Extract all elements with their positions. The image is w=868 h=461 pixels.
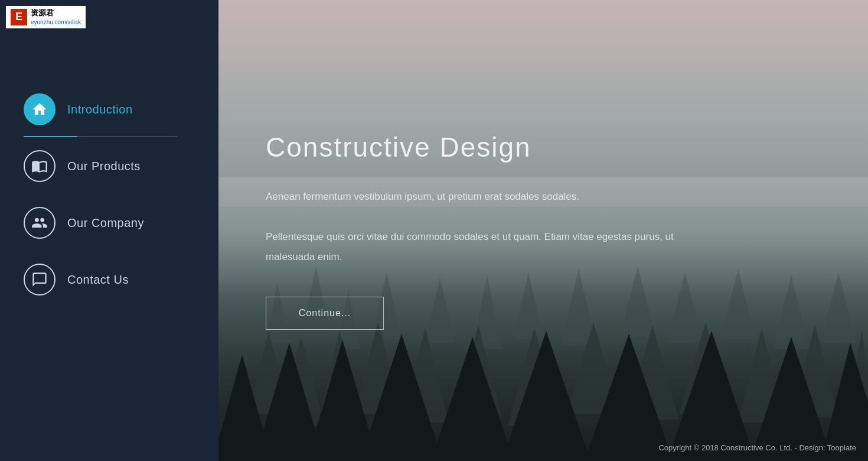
sidebar-nav: Introduction Our Products Our Comp (0, 83, 218, 310)
sidebar-item-our-company[interactable]: Our Company (0, 196, 218, 245)
divider-line-inactive-1 (24, 193, 177, 194)
divider-contact-us (0, 301, 218, 310)
footer-copyright: Copyright © 2018 Constructive Co. Ltd. -… (658, 443, 856, 452)
divider-our-products (0, 188, 218, 196)
people-icon (24, 207, 56, 239)
main-title: Constructive Design (266, 131, 821, 163)
main-content: Constructive Design Aenean fermentum ves… (218, 0, 868, 461)
main-description: Aenean fermentum vestibulum ipsum, ut pr… (266, 187, 679, 267)
watermark-letter: E (11, 9, 27, 25)
sidebar-item-label-our-products: Our Products (67, 160, 141, 173)
divider-line-active (24, 136, 177, 137)
watermark-url: eyunzhu.com/vdisk (31, 18, 81, 26)
watermark: E 资源君 eyunzhu.com/vdisk (6, 6, 86, 28)
home-icon (24, 93, 56, 125)
footer: Copyright © 2018 Constructive Co. Ltd. -… (658, 443, 856, 452)
watermark-text: 资源君 eyunzhu.com/vdisk (31, 8, 81, 26)
divider-line-inactive-2 (24, 249, 177, 251)
description-text-2: Pellentesque quis orci vitae dui commodo… (266, 231, 674, 262)
description-text: Aenean fermentum vestibulum ipsum, ut pr… (266, 191, 579, 202)
sidebar-item-label-contact-us: Contact Us (67, 273, 129, 287)
chat-icon (24, 264, 56, 296)
content-overlay: Constructive Design Aenean fermentum ves… (218, 0, 868, 461)
book-icon (24, 150, 56, 182)
sidebar-item-contact-us[interactable]: Contact Us (0, 253, 218, 301)
divider-introduction (0, 131, 218, 139)
continue-button[interactable]: Continue... (266, 297, 384, 330)
sidebar-item-our-products[interactable]: Our Products (0, 139, 218, 188)
sidebar-item-label-introduction: Introduction (67, 103, 133, 116)
sidebar-item-label-our-company: Our Company (67, 216, 144, 230)
sidebar-item-introduction[interactable]: Introduction (0, 83, 218, 131)
divider-our-company (0, 245, 218, 253)
sidebar: E 资源君 eyunzhu.com/vdisk Introduction (0, 0, 218, 461)
divider-line-inactive-3 (24, 306, 177, 307)
watermark-brand: 资源君 (31, 8, 81, 18)
